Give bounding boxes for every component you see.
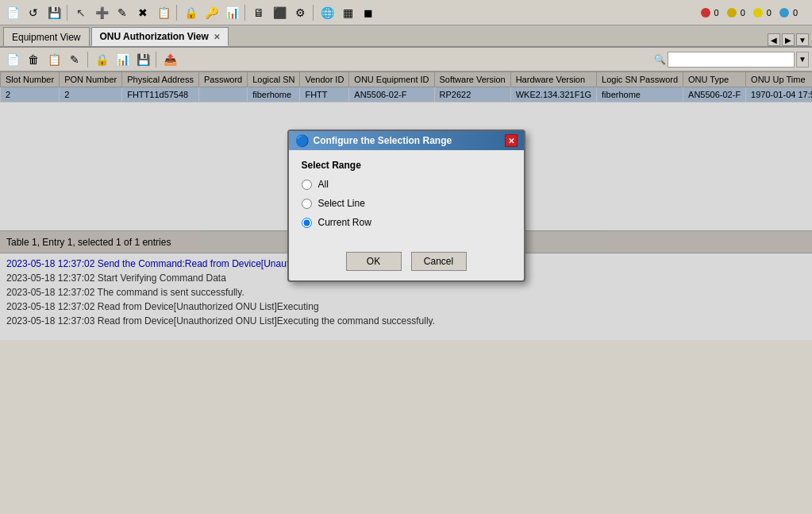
tab-equipment-view-label: Equipment View bbox=[12, 32, 81, 43]
tl-yellow bbox=[753, 8, 763, 17]
tb-lock-button[interactable]: 🔒 bbox=[92, 50, 111, 69]
radio-all-row: All bbox=[302, 179, 511, 190]
edit-button[interactable]: ✎ bbox=[113, 3, 132, 22]
sep5 bbox=[87, 52, 89, 68]
tl-blue bbox=[779, 8, 789, 17]
search-input[interactable] bbox=[668, 52, 795, 68]
radio-select-line-row: Select Line bbox=[302, 198, 511, 209]
radio-current-row[interactable] bbox=[302, 218, 312, 228]
settings-button[interactable]: ⚙ bbox=[291, 3, 310, 22]
tab-onu-authorization-view[interactable]: ONU Authorization View ✕ bbox=[91, 27, 229, 46]
delete-button[interactable]: ✖ bbox=[133, 3, 152, 22]
new-button[interactable]: 📄 bbox=[3, 3, 22, 22]
modal-icon: 🔵 bbox=[295, 134, 309, 147]
tb-edit-button[interactable]: ✎ bbox=[65, 50, 84, 69]
tl-red bbox=[701, 8, 710, 17]
add-button[interactable]: ➕ bbox=[92, 3, 111, 22]
tab-bar: Equipment View ONU Authorization View ✕ … bbox=[0, 25, 812, 48]
modal-close-button[interactable]: ✕ bbox=[505, 134, 518, 147]
modal-cancel-button[interactable]: Cancel bbox=[411, 252, 467, 271]
radio-select-line-label[interactable]: Select Line bbox=[318, 198, 365, 209]
tb-save-button[interactable]: 💾 bbox=[133, 50, 152, 69]
terminal-button[interactable]: ⬛ bbox=[270, 3, 289, 22]
screen-button[interactable]: 🖥 bbox=[249, 3, 268, 22]
tb-copy-button[interactable]: 📋 bbox=[44, 50, 63, 69]
modal-dialog: 🔵 Configure the Selection Range ✕ Select… bbox=[287, 129, 525, 282]
tab-nav-right[interactable]: ▶ bbox=[782, 33, 795, 46]
modal-title: Configure the Selection Range bbox=[314, 135, 452, 146]
tab-equipment-view[interactable]: Equipment View bbox=[3, 27, 90, 46]
lock-button[interactable]: 🔒 bbox=[181, 3, 200, 22]
radio-current-row-row: Current Row bbox=[302, 217, 511, 228]
tl-blue-label: 0 bbox=[793, 8, 798, 17]
main-content: ForoISP Slot Number PON Number Physical … bbox=[0, 71, 812, 340]
tb-new-button[interactable]: 📄 bbox=[3, 50, 22, 69]
top-toolbar: 📄 ↺ 💾 ↖ ➕ ✎ ✖ 📋 🔒 🔑 📊 🖥 ⬛ ⚙ 🌐 ▦ ◼ 0 0 0 … bbox=[0, 0, 812, 25]
tb-export-button[interactable]: 📤 bbox=[160, 50, 179, 69]
modal-section-title: Select Range bbox=[302, 160, 511, 171]
tb-delete-button[interactable]: 🗑 bbox=[24, 50, 43, 69]
radio-current-row-label[interactable]: Current Row bbox=[318, 217, 371, 228]
chart-button[interactable]: 📊 bbox=[222, 3, 241, 22]
search-dropdown-button[interactable]: ▼ bbox=[796, 52, 809, 68]
filter-button[interactable]: ▦ bbox=[338, 3, 357, 22]
tl-red-label: 0 bbox=[714, 8, 719, 17]
more-button[interactable]: ◼ bbox=[359, 3, 378, 22]
radio-all[interactable] bbox=[302, 180, 312, 190]
sep3 bbox=[244, 5, 246, 21]
save-button[interactable]: 💾 bbox=[44, 3, 63, 22]
tab-nav-down[interactable]: ▼ bbox=[796, 33, 809, 46]
modal-footer: OK Cancel bbox=[289, 245, 524, 280]
sep6 bbox=[156, 52, 157, 68]
globe-button[interactable]: 🌐 bbox=[317, 3, 337, 22]
sep1 bbox=[67, 5, 68, 21]
tab-nav: ◀ ▶ ▼ bbox=[768, 33, 809, 46]
key-button[interactable]: 🔑 bbox=[202, 3, 221, 22]
tl-yellow-label: 0 bbox=[767, 8, 772, 17]
modal-body: Select Range All Select Line Current Row bbox=[289, 150, 524, 245]
second-toolbar: 📄 🗑 📋 ✎ 🔒 📊 💾 📤 🔍 ▼ bbox=[0, 48, 812, 71]
traffic-lights: 0 0 0 0 bbox=[701, 8, 810, 17]
search-icon: 🔍 bbox=[654, 54, 666, 65]
tab-onu-authorization-view-label: ONU Authorization View bbox=[100, 31, 209, 42]
modal-title-bar: 🔵 Configure the Selection Range ✕ bbox=[289, 131, 524, 150]
tl-orange-label: 0 bbox=[741, 8, 745, 17]
refresh-button[interactable]: ↺ bbox=[24, 3, 43, 22]
tb-chart-button[interactable]: 📊 bbox=[113, 50, 132, 69]
search-box: 🔍 ▼ bbox=[654, 52, 809, 68]
tab-nav-left[interactable]: ◀ bbox=[768, 33, 780, 46]
radio-all-label[interactable]: All bbox=[318, 179, 329, 190]
tl-orange bbox=[727, 8, 737, 17]
copy-button[interactable]: 📋 bbox=[154, 3, 173, 22]
cursor-button[interactable]: ↖ bbox=[71, 3, 90, 22]
modal-overlay: 🔵 Configure the Selection Range ✕ Select… bbox=[0, 71, 812, 340]
tab-close-icon[interactable]: ✕ bbox=[214, 33, 220, 41]
sep2 bbox=[176, 5, 178, 21]
sep4 bbox=[313, 5, 314, 21]
radio-select-line[interactable] bbox=[302, 199, 312, 209]
modal-ok-button[interactable]: OK bbox=[346, 252, 402, 271]
